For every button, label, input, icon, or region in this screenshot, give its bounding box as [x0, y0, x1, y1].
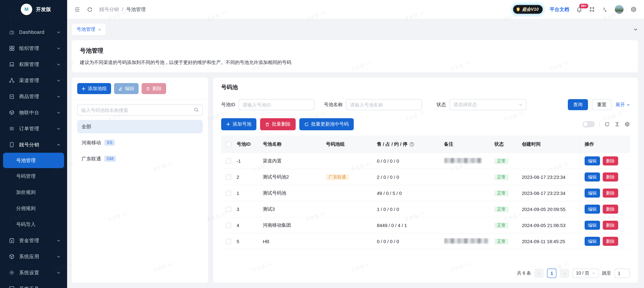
- status-badge: 正常: [494, 206, 508, 212]
- row-checkbox[interactable]: [226, 158, 231, 163]
- sidebar-item-label: 组织管理: [19, 45, 57, 51]
- delete-row-button[interactable]: 删除: [603, 156, 618, 165]
- select-all-checkbox[interactable]: [226, 142, 231, 147]
- row-checkbox[interactable]: [226, 174, 231, 180]
- group-item-all[interactable]: 全部: [77, 120, 203, 133]
- sidebar-item-settings[interactable]: 系统设置: [0, 265, 67, 281]
- sidebar-item-apps[interactable]: 系统应用: [0, 249, 67, 265]
- brand-name: 开发版: [36, 6, 51, 12]
- batch-update-button[interactable]: 批量更新池中号码: [299, 118, 354, 130]
- table-row: 3 测试3 1 / 0 / 0 / 0 正常 2024-09-05 20:09:…: [221, 201, 630, 217]
- row-checkbox[interactable]: [226, 239, 231, 244]
- pagination-prev-button[interactable]: ‹: [534, 269, 544, 278]
- group-item-henan-mobile[interactable]: 河南移动 XS: [77, 136, 203, 149]
- col-stats: 售 / 占 / 约 / 停: [377, 141, 444, 147]
- sidebar-item-funds[interactable]: 资金管理: [0, 232, 67, 249]
- sidebar-item-channel[interactable]: 渠道管理: [0, 72, 67, 88]
- col-pool-id: 号池ID: [236, 141, 263, 147]
- sidebar-item-product[interactable]: 商品管理: [0, 88, 67, 105]
- edit-row-button[interactable]: 编辑: [584, 237, 600, 246]
- row-checkbox[interactable]: [226, 206, 231, 212]
- reset-button[interactable]: 重置: [592, 99, 612, 110]
- pencil-icon: [118, 87, 122, 91]
- pool-name-label: 号池名称: [324, 102, 343, 108]
- edit-group-button[interactable]: 编辑: [114, 83, 138, 94]
- toggle-switch[interactable]: [582, 121, 595, 127]
- platform-docs-link[interactable]: 平台文档: [550, 6, 569, 12]
- sidebar-item-permission[interactable]: 权限管理: [0, 56, 67, 72]
- group-search-input[interactable]: [77, 105, 203, 116]
- delete-row-button[interactable]: 删除: [603, 172, 618, 181]
- tabbar-chevron-down-icon[interactable]: [633, 27, 638, 32]
- group-item-guangdong-unicom[interactable]: 广东联通 GM: [77, 152, 203, 165]
- table-row: 2 测试号码池2 广东联通 2 / 0 / 0 / 0 正常 2023-08-1…: [221, 169, 630, 185]
- edit-row-button[interactable]: 编辑: [584, 205, 600, 214]
- table-settings-gear-icon[interactable]: [624, 122, 630, 127]
- pagination-page-1[interactable]: 1: [547, 269, 556, 278]
- query-button[interactable]: 查询: [568, 99, 588, 110]
- sidebar-item-dashboard[interactable]: Dashboard: [0, 24, 67, 40]
- delete-row-button[interactable]: 删除: [603, 237, 618, 246]
- sidebar-item-org[interactable]: 组织管理: [0, 40, 67, 56]
- col-remark: 备注: [444, 141, 494, 147]
- page-size-select[interactable]: 10 / 页: [572, 269, 599, 278]
- sidebar-item-iot[interactable]: 物联中台: [0, 105, 67, 121]
- cell-operations: 编辑 删除: [580, 153, 630, 169]
- sidebar-item-order[interactable]: 订单管理: [0, 121, 67, 137]
- pool-id-input[interactable]: [238, 99, 314, 110]
- sidebar-item-label: 系统设置: [19, 270, 57, 276]
- sidebar-subitem-markup-rules[interactable]: 加价规则: [0, 184, 67, 200]
- edit-row-button[interactable]: 编辑: [584, 188, 600, 198]
- cell-pool-name: 测试号码池2: [263, 174, 326, 180]
- question-circle-icon[interactable]: [410, 142, 414, 147]
- settings-gear-icon[interactable]: [630, 6, 636, 12]
- column-height-icon[interactable]: [614, 122, 620, 127]
- app-window: M 开发版 Dashboard 组织管理 权限管理 渠道管理: [0, 0, 644, 288]
- delete-row-button[interactable]: 删除: [603, 188, 618, 198]
- add-group-button[interactable]: 添加池组: [77, 83, 111, 94]
- sidebar-subitem-pool-management[interactable]: 号池管理: [3, 153, 64, 168]
- user-avatar[interactable]: [615, 5, 624, 14]
- jump-input[interactable]: [614, 269, 630, 278]
- breadcrumb-parent[interactable]: 靓号分销: [99, 6, 119, 12]
- status-select[interactable]: 请选择状态: [449, 99, 526, 110]
- translate-icon[interactable]: 文A: [602, 6, 608, 12]
- pagination-next-button[interactable]: ›: [560, 269, 569, 278]
- edit-row-button[interactable]: 编辑: [584, 221, 600, 230]
- group-item-label: 全部: [82, 123, 91, 130]
- col-pool-name: 号池名称: [263, 141, 326, 147]
- pool-name-input[interactable]: [346, 99, 422, 110]
- fullscreen-icon[interactable]: [589, 7, 595, 12]
- filter-bar: 号池ID 号池名称 状态 请选择状态 查询 重置 展开: [221, 99, 630, 110]
- divider: [599, 122, 600, 127]
- add-pool-button[interactable]: 添加号池: [221, 118, 256, 130]
- sidebar-subitem-commission-rules[interactable]: 分佣规则: [0, 200, 67, 216]
- expand-link[interactable]: 展开: [616, 102, 630, 108]
- delete-row-button[interactable]: 删除: [603, 221, 618, 230]
- vip-badge[interactable]: 超会V10: [513, 5, 543, 14]
- edit-row-button[interactable]: 编辑: [584, 172, 600, 181]
- reload-icon[interactable]: [604, 122, 610, 127]
- delete-group-button[interactable]: 删除: [142, 83, 166, 94]
- menu-fold-icon[interactable]: [74, 6, 80, 12]
- terminal-icon: [9, 286, 15, 288]
- sidebar-item-label: 商品管理: [19, 93, 57, 100]
- cell-operations: 编辑 删除: [580, 217, 630, 233]
- row-checkbox[interactable]: [226, 190, 231, 196]
- edit-row-button[interactable]: 编辑: [584, 156, 600, 165]
- notifications-button[interactable]: 99+: [576, 6, 582, 12]
- batch-delete-button[interactable]: 批量删除: [260, 118, 296, 130]
- sidebar-item-devtools[interactable]: 开发工具: [0, 281, 67, 288]
- tab-pool-management[interactable]: 号池管理 ×: [72, 24, 106, 35]
- tab-close-icon[interactable]: ×: [98, 27, 101, 32]
- brand-logo[interactable]: M 开发版: [0, 0, 67, 19]
- refresh-icon[interactable]: [87, 6, 92, 12]
- sidebar-subitem-number-management[interactable]: 号码管理: [0, 168, 67, 184]
- jump-label: 跳至: [602, 270, 611, 276]
- row-checkbox[interactable]: [226, 223, 231, 228]
- sidebar-subitem-number-import[interactable]: 号码导入: [0, 216, 67, 232]
- group-search: [77, 105, 203, 116]
- pagination-total: 共 6 条: [517, 270, 531, 276]
- delete-row-button[interactable]: 删除: [603, 205, 618, 214]
- sidebar-item-number-distribution[interactable]: 靓号分销: [0, 137, 67, 153]
